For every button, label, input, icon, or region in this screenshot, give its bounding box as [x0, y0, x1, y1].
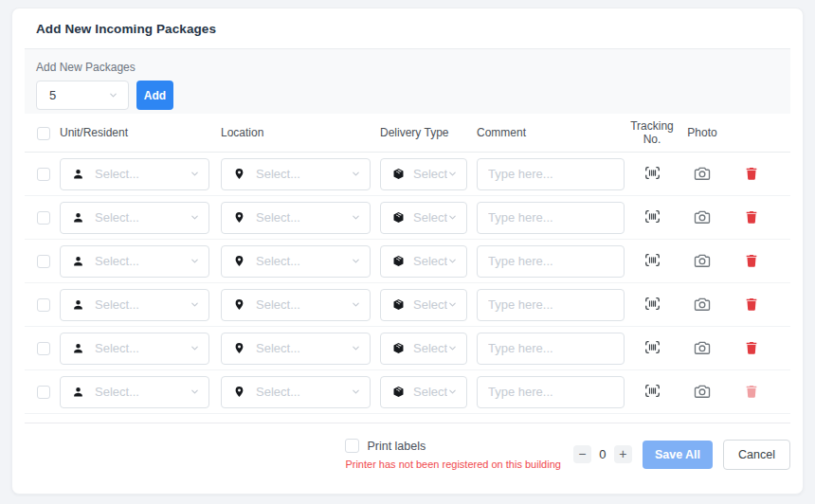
modal-footer: Print labels Printer has not been regist…: [25, 423, 790, 470]
printer-warning-text: Printer has not been registered on this …: [345, 459, 560, 470]
cancel-button[interactable]: Cancel: [723, 440, 790, 470]
photo-camera-icon[interactable]: [691, 293, 714, 315]
unit-resident-select[interactable]: Select...: [60, 158, 209, 190]
save-all-button[interactable]: Save All: [643, 441, 713, 469]
delivery-type-select[interactable]: Select...: [380, 289, 467, 321]
select-placeholder: Select...: [95, 254, 190, 268]
select-all-checkbox[interactable]: [37, 127, 50, 140]
select-placeholder: Select...: [256, 210, 351, 225]
label-count-stepper: − 0 +: [573, 445, 632, 463]
person-icon: [72, 386, 84, 398]
location-pin-icon: [233, 386, 245, 398]
add-button[interactable]: Add: [136, 81, 173, 110]
location-pin-icon: [233, 168, 245, 180]
select-placeholder: Select...: [256, 385, 351, 399]
chevron-down-icon: [351, 299, 361, 310]
tracking-barcode-icon[interactable]: [642, 249, 663, 271]
photo-camera-icon[interactable]: [691, 162, 714, 185]
select-placeholder: Select...: [95, 297, 190, 312]
comment-input[interactable]: [477, 376, 625, 408]
photo-camera-icon[interactable]: [691, 336, 714, 359]
delivery-type-select[interactable]: Select...: [380, 376, 467, 408]
location-select[interactable]: Select...: [221, 202, 371, 234]
comment-input[interactable]: [477, 245, 625, 278]
quantity-value: 5: [49, 88, 108, 102]
table-header-row: Unit/Resident Location Delivery Type Com…: [25, 114, 790, 153]
row-checkbox[interactable]: [37, 211, 50, 225]
select-placeholder: Select...: [256, 297, 351, 312]
select-placeholder: Select...: [95, 385, 190, 399]
header-delivery-type: Delivery Type: [380, 126, 467, 139]
package-box-icon: [392, 342, 405, 354]
select-placeholder: Select...: [95, 210, 190, 225]
location-select[interactable]: Select...: [221, 376, 371, 408]
row-checkbox[interactable]: [37, 386, 50, 399]
chevron-down-icon: [447, 343, 458, 353]
header-tracking-no: Tracking No.: [625, 119, 679, 146]
comment-input[interactable]: [477, 202, 625, 234]
tracking-barcode-icon[interactable]: [642, 162, 663, 184]
person-icon: [72, 342, 84, 354]
chevron-down-icon: [108, 90, 118, 100]
comment-input[interactable]: [477, 158, 625, 190]
comment-input[interactable]: [477, 289, 625, 321]
comment-input[interactable]: [477, 333, 625, 365]
chevron-down-icon: [447, 299, 458, 310]
person-icon: [72, 255, 84, 267]
package-row: Select... Select...: [25, 283, 790, 327]
tracking-barcode-icon[interactable]: [642, 206, 663, 227]
photo-camera-icon[interactable]: [691, 206, 714, 228]
photo-camera-icon[interactable]: [691, 249, 714, 272]
delete-row-trash-icon[interactable]: [742, 295, 761, 314]
package-quantity-select[interactable]: 5: [36, 81, 129, 110]
unit-resident-select[interactable]: Select...: [60, 333, 209, 365]
delete-row-trash-icon[interactable]: [742, 164, 761, 183]
unit-resident-select[interactable]: Select...: [60, 289, 209, 321]
increment-button[interactable]: +: [614, 445, 632, 463]
delivery-type-select[interactable]: Select...: [380, 158, 467, 190]
row-checkbox[interactable]: [37, 298, 50, 312]
chevron-down-icon: [190, 299, 200, 310]
select-placeholder: Select...: [413, 297, 447, 312]
select-placeholder: Select...: [413, 341, 447, 355]
row-checkbox[interactable]: [37, 342, 50, 355]
page-title: Add New Incoming Packages: [36, 22, 779, 36]
row-checkbox[interactable]: [37, 168, 50, 181]
add-packages-label: Add New Packages: [36, 61, 779, 74]
unit-resident-select[interactable]: Select...: [60, 202, 209, 234]
chevron-down-icon: [190, 256, 200, 266]
tracking-barcode-icon[interactable]: [642, 380, 663, 402]
chevron-down-icon: [351, 212, 361, 223]
delete-row-trash-icon[interactable]: [742, 207, 761, 226]
tracking-barcode-icon[interactable]: [642, 336, 663, 358]
location-select[interactable]: Select...: [221, 245, 371, 278]
location-select[interactable]: Select...: [221, 158, 371, 190]
package-box-icon: [392, 211, 405, 224]
delete-row-trash-icon[interactable]: [742, 251, 761, 270]
chevron-down-icon: [351, 256, 361, 266]
select-placeholder: Select...: [413, 254, 447, 268]
delivery-type-select[interactable]: Select...: [380, 333, 467, 365]
unit-resident-select[interactable]: Select...: [60, 376, 209, 408]
print-labels-checkbox[interactable]: [345, 439, 359, 453]
delete-row-trash-icon[interactable]: [742, 382, 761, 401]
delivery-type-select[interactable]: Select...: [380, 245, 467, 278]
decrement-button[interactable]: −: [573, 445, 591, 463]
unit-resident-select[interactable]: Select...: [60, 245, 209, 278]
chevron-down-icon: [351, 169, 361, 179]
chevron-down-icon: [447, 169, 458, 179]
delivery-type-select[interactable]: Select...: [380, 202, 467, 234]
chevron-down-icon: [351, 343, 361, 353]
tracking-barcode-icon[interactable]: [642, 293, 663, 315]
location-select[interactable]: Select...: [221, 333, 371, 365]
row-checkbox[interactable]: [37, 255, 50, 268]
label-count-value: 0: [599, 447, 607, 461]
header-unit-resident: Unit/Resident: [60, 126, 209, 139]
print-labels-block: Print labels Printer has not been regist…: [345, 439, 560, 470]
delete-row-trash-icon[interactable]: [742, 338, 761, 357]
header-comment: Comment: [477, 126, 625, 139]
chevron-down-icon: [190, 169, 200, 179]
photo-camera-icon[interactable]: [691, 380, 714, 403]
package-row: Select... Select...: [25, 240, 790, 283]
location-select[interactable]: Select...: [221, 289, 371, 321]
